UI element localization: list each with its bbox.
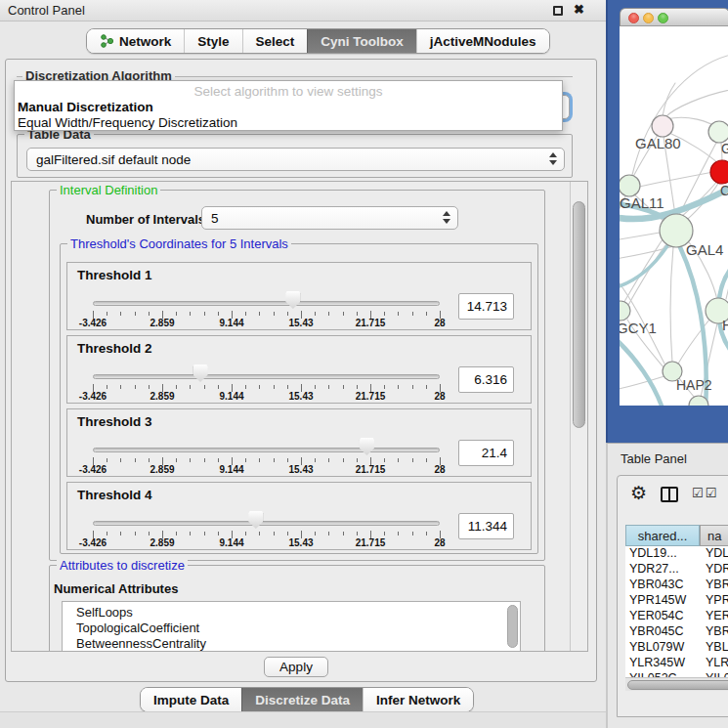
table-row[interactable]: YER054CYER0 <box>625 609 728 624</box>
dropdown-option-equal-width-frequency[interactable]: Equal Width/Frequency Discretization <box>18 115 237 130</box>
slider-tick-label: 9.144 <box>219 537 243 548</box>
column-header-shared-name[interactable]: shared... <box>625 525 700 546</box>
slider-tick-label: 15.43 <box>288 464 313 475</box>
table-row[interactable]: YBL079WYBL0 <box>625 640 728 656</box>
tab-impute-data[interactable]: Impute Data <box>141 688 241 711</box>
control-panel: Control Panel ✖ NetworkStyleSelectCyni T… <box>0 0 606 728</box>
control-panel-footer <box>0 711 606 728</box>
zoom-traffic-light-icon[interactable] <box>658 13 668 23</box>
network-node[interactable] <box>708 121 728 143</box>
network-canvas[interactable]: GAL80GACGAL11GAL4GCY1HHAP2 <box>620 26 728 406</box>
slider-handle[interactable] <box>248 511 263 529</box>
slider-track[interactable] <box>93 374 440 379</box>
tab-label: Cyni Toolbox <box>321 34 404 49</box>
threshold-value-field[interactable]: 6.316 <box>458 366 514 393</box>
slider-minor-tick <box>218 312 219 316</box>
slider-tick-label: 2.859 <box>150 537 174 548</box>
slider-tick-label: 28 <box>434 464 445 475</box>
table-hscrollbar-thumb[interactable] <box>627 680 728 690</box>
tab-label: Style <box>197 34 229 49</box>
interval-definition-title: Interval Definition <box>57 183 160 197</box>
slider-minor-tick <box>259 312 260 316</box>
network-edge[interactable] <box>665 89 728 117</box>
network-edge[interactable] <box>670 247 673 363</box>
list-item[interactable]: SelfLoops <box>76 605 133 620</box>
tab-discretize-data[interactable]: Discretize Data <box>241 688 363 711</box>
slider-handle[interactable] <box>360 438 374 455</box>
table-row[interactable]: YBR043CYBR0 <box>625 578 728 593</box>
slider-tick-label: -3.426 <box>79 318 107 328</box>
apply-button[interactable]: Apply <box>264 657 328 677</box>
settings-scrollbar[interactable] <box>570 182 587 651</box>
slider-minor-tick <box>259 385 260 389</box>
slider-minor-tick <box>218 385 219 389</box>
number-of-intervals-combobox[interactable]: 5 <box>201 206 458 230</box>
tab-infer-network[interactable]: Infer Network <box>363 688 473 711</box>
network-node[interactable] <box>652 115 673 137</box>
close-traffic-light-icon[interactable] <box>628 13 639 23</box>
threshold-value-field[interactable]: 11.344 <box>458 513 514 539</box>
tab-label: Impute Data <box>153 693 229 707</box>
slider-track[interactable] <box>93 521 440 526</box>
slider-minor-tick <box>120 312 121 316</box>
network-edge[interactable] <box>620 337 664 406</box>
slider-minor-tick <box>315 532 316 535</box>
select-columns-checkboxes-icon[interactable]: ☑☑ <box>692 486 718 500</box>
column-layout-icon[interactable] <box>661 487 678 502</box>
tab-select[interactable]: Select <box>242 29 308 53</box>
slider-handle[interactable] <box>285 291 300 309</box>
minimize-traffic-light-icon[interactable] <box>643 13 654 23</box>
thresholds-group-title: Threshold's Coordinates for 5 Intervals <box>67 236 291 251</box>
slider-minor-tick <box>120 458 121 462</box>
slider-tick-label: 15.43 <box>288 391 313 402</box>
list-scrollbar-thumb[interactable] <box>507 605 518 648</box>
network-node[interactable] <box>620 175 640 196</box>
slider-tick-label: 9.144 <box>219 464 243 475</box>
threshold-value-field[interactable]: 21.4 <box>458 440 514 466</box>
cell-shared-name: YBR043C <box>629 578 684 591</box>
network-window-titlebar[interactable] <box>620 8 728 26</box>
slider-minor-tick <box>274 312 275 316</box>
table-hscrollbar[interactable] <box>625 677 728 691</box>
table-row[interactable]: YDR27...YDR2 <box>625 562 728 578</box>
cyni-toolbox-panel: Discretization Algorithm Select algorith… <box>5 59 597 682</box>
tab-cyni-toolbox[interactable]: Cyni Toolbox <box>307 29 416 53</box>
table-row[interactable]: YBR045CYBR0 <box>625 624 728 640</box>
tab-network[interactable]: Network <box>87 29 184 53</box>
table-data-combobox[interactable]: galFiltered.sif default node <box>26 148 565 171</box>
column-header-name[interactable]: na <box>700 525 728 546</box>
float-window-icon[interactable] <box>553 6 563 16</box>
slider-minor-tick <box>176 458 177 462</box>
threshold-value-field[interactable]: 14.713 <box>458 293 514 320</box>
dropdown-option-manual-discretization[interactable]: Manual Discretization <box>18 100 153 114</box>
slider-handle[interactable] <box>193 364 208 382</box>
network-edge[interactable] <box>620 376 664 390</box>
slider-minor-tick <box>357 312 358 316</box>
threshold-label: Threshold 2 <box>77 341 152 356</box>
table-row[interactable]: YDL19...YDL1 <box>625 546 728 562</box>
slider-minor-tick <box>357 458 358 462</box>
slider-minor-tick <box>149 312 150 316</box>
gear-icon[interactable]: ⚙ <box>630 482 647 504</box>
table-row[interactable]: YLR345WYLR3 <box>625 656 728 671</box>
network-edge[interactable] <box>639 172 713 187</box>
network-edge[interactable] <box>620 233 660 240</box>
numerical-attributes-list[interactable]: SelfLoopsTopologicalCoefficientBetweenne… <box>62 601 521 652</box>
list-item[interactable]: TopologicalCoefficient <box>76 621 199 635</box>
tab-jactivemnodules[interactable]: jActiveMNodules <box>416 29 549 53</box>
slider-tick-label: 2.859 <box>150 318 174 328</box>
settings-scrollbar-thumb[interactable] <box>573 201 585 428</box>
network-node[interactable] <box>710 160 728 184</box>
node-label-gcy1: GCY1 <box>620 320 657 336</box>
list-item[interactable]: BetweennessCentrality <box>76 636 206 651</box>
tab-style[interactable]: Style <box>184 29 241 53</box>
control-panel-titlebar: Control Panel ✖ <box>0 0 606 21</box>
slider-track[interactable] <box>93 301 440 306</box>
slider-minor-tick <box>245 458 246 462</box>
slider-track[interactable] <box>93 448 440 452</box>
slider-minor-tick <box>343 532 344 535</box>
slider-minor-tick <box>204 312 205 316</box>
network-edge[interactable] <box>632 54 728 175</box>
close-icon[interactable]: ✖ <box>574 2 584 17</box>
table-row[interactable]: YPR145WYPR1 <box>625 593 728 609</box>
